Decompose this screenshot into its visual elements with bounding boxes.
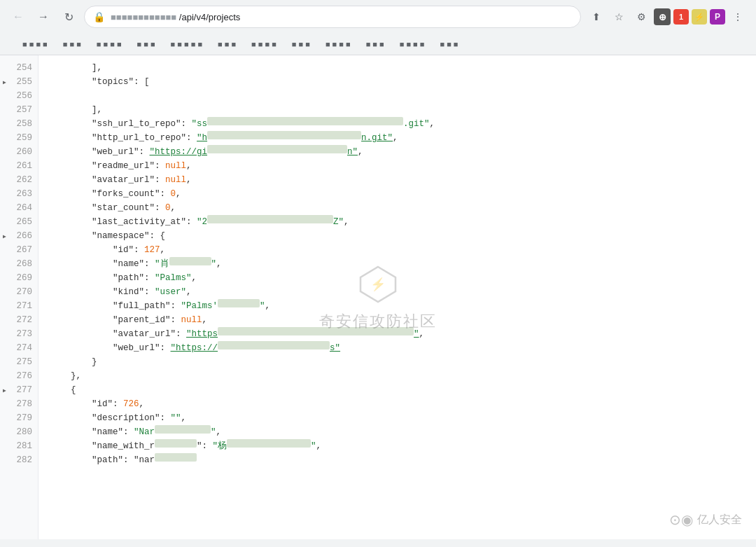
line-num-269: 269 <box>0 271 38 285</box>
val-268-start: "肖 <box>155 257 169 271</box>
code-line-268: "name": "肖", <box>50 257 745 271</box>
bookmark-6[interactable]: ■ ■ ■ <box>212 36 241 52</box>
bookmark-3[interactable]: ■ ■ ■ ■ <box>91 36 127 52</box>
address-bar[interactable]: 🔒 ■■■■■■■■■■■■ /api/v4/projects <box>84 6 581 28</box>
val-263: 0 <box>171 187 176 201</box>
line-numbers: 254 255 256 257 258 259 260 261 262 263 … <box>0 55 38 539</box>
redacted-273 <box>218 327 414 335</box>
val-274-start[interactable]: "https:// <box>171 341 218 355</box>
punct-254: ], <box>50 61 102 75</box>
comma-263: , <box>176 187 181 201</box>
toolbar-icons: ⬆ ☆ ⚙ ⊕ 1 ⚡ P ⋮ <box>587 7 748 27</box>
bookmark-9[interactable]: ■ ■ ■ ■ <box>320 36 356 52</box>
code-line-258: "ssh_url_to_repo": "ss.git", <box>50 117 745 131</box>
line-num-254: 254 <box>0 61 38 75</box>
bookmark-button[interactable]: ☆ <box>609 7 629 27</box>
val-273-end[interactable]: " <box>414 327 419 341</box>
val-260-start[interactable]: "https://gi <box>150 145 208 159</box>
line-num-260: 260 <box>0 145 38 159</box>
bookmark-12[interactable]: ■ ■ ■ <box>434 36 463 52</box>
line-num-271: 271 <box>0 299 38 313</box>
bookmark-7[interactable]: ■ ■ ■ ■ <box>246 36 282 52</box>
bookmark-5[interactable]: ■ ■ ■ ■ ■ <box>165 36 208 52</box>
share-button[interactable]: ⬆ <box>587 7 606 27</box>
line-num-265: 265 <box>0 215 38 229</box>
comma-271: , <box>265 299 271 313</box>
code-line-280: "name": "Nar", <box>50 425 745 439</box>
bookmark-2[interactable]: ■ ■ ■ <box>57 36 87 52</box>
val-259-start[interactable]: "h <box>197 131 207 145</box>
menu-button[interactable]: ⋮ <box>728 7 748 27</box>
val-281-end: " <box>311 439 316 453</box>
line-num-262: 262 <box>0 173 38 187</box>
bookmark-1[interactable]: ■ ■ ■ ■ <box>17 36 53 52</box>
val-260-end[interactable]: n" <box>347 145 358 159</box>
val-280-start: "Nar <box>134 425 155 439</box>
comma-273: , <box>419 327 425 341</box>
reload-button[interactable]: ↻ <box>59 7 78 27</box>
bookmark-8[interactable]: ■ ■ ■ <box>286 36 316 52</box>
val-258-start: "ss <box>192 117 208 131</box>
back-button[interactable]: ← <box>8 7 28 27</box>
line-num-272: 272 <box>0 313 38 327</box>
bookmark-10[interactable]: ■ ■ ■ <box>360 36 390 52</box>
code-area[interactable]: ], "topics": [ ], "ssh_url_to_repo": "ss… <box>38 55 756 539</box>
line-num-275: 275 <box>0 355 38 369</box>
redacted-274 <box>218 341 330 349</box>
key-255: "topics": [ <box>50 75 150 89</box>
code-line-266: "namespace": { <box>50 229 745 243</box>
ext-icon-3[interactable]: ⚡ <box>692 9 707 25</box>
val-279: "" <box>171 411 181 425</box>
ext-icon-1[interactable]: ⊕ <box>654 8 671 25</box>
key-265: "last_activity_at": <box>50 215 197 229</box>
ext-icon-2[interactable]: 1 <box>673 9 689 25</box>
bookmark-4[interactable]: ■ ■ ■ <box>132 36 161 52</box>
key-259: "http_url_to_repo": <box>50 131 197 145</box>
comma-269: , <box>192 271 197 285</box>
forward-button[interactable]: → <box>34 7 53 27</box>
comma-264: , <box>171 201 176 215</box>
key-258: "ssh_url_to_repo": <box>50 117 192 131</box>
code-line-272: "parent_id": null, <box>50 313 745 327</box>
val-258-end: .git" <box>403 117 430 131</box>
line-num-256: 256 <box>0 89 38 103</box>
code-line-273: "avatar_url": "https", <box>50 327 745 341</box>
val-278: 726 <box>123 397 139 411</box>
comma-280: , <box>216 425 222 439</box>
redacted-265 <box>207 215 333 223</box>
code-line-282: "path": "nar <box>50 453 745 467</box>
code-line-269: "path": "Palms", <box>50 271 745 285</box>
val-273-start[interactable]: "https <box>186 327 218 341</box>
code-line-264: "star_count": 0, <box>50 201 745 215</box>
comma-278: , <box>139 397 145 411</box>
redacted-281 <box>155 439 197 448</box>
line-num-258: 258 <box>0 117 38 131</box>
redacted-258 <box>207 117 403 125</box>
key-268: "name": <box>50 257 155 271</box>
key-280: "name": <box>50 425 134 439</box>
browser-chrome: ← → ↻ 🔒 ■■■■■■■■■■■■ /api/v4/projects ⬆ … <box>0 0 756 55</box>
blank-256 <box>50 89 55 103</box>
comma-265: , <box>344 215 349 229</box>
code-line-270: "kind": "user", <box>50 285 745 299</box>
comma-262: , <box>186 173 192 187</box>
key-262: "avatar_url": <box>50 173 165 187</box>
punct-277: { <box>50 383 76 397</box>
line-num-255: 255 <box>0 75 38 89</box>
url-path: /api/v4/projects <box>179 12 240 22</box>
url-dim-part: ■■■■■■■■■■■■ <box>111 12 179 22</box>
val-268-end: " <box>211 257 217 271</box>
bookmark-11[interactable]: ■ ■ ■ ■ <box>394 36 430 52</box>
line-num-268: 268 <box>0 257 38 271</box>
val-261: null <box>165 159 186 173</box>
code-line-271: "full_path": "Palms'", <box>50 299 745 313</box>
comma-272: , <box>202 313 208 327</box>
extensions-button[interactable]: ⚙ <box>631 7 651 27</box>
punct-276: }, <box>50 369 81 383</box>
line-num-257: 257 <box>0 103 38 117</box>
val-259-end[interactable]: n.git" <box>361 131 393 145</box>
line-num-278: 278 <box>0 397 38 411</box>
val-274-end[interactable]: s" <box>330 341 340 355</box>
redacted-271 <box>218 299 260 307</box>
ext-icon-4[interactable]: P <box>710 9 725 25</box>
